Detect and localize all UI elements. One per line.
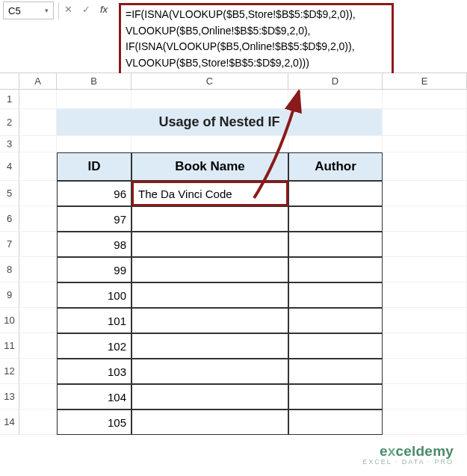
cell-C12[interactable] bbox=[132, 359, 288, 384]
cell-E10[interactable] bbox=[383, 308, 467, 333]
cell-D6[interactable] bbox=[288, 206, 383, 232]
cell-A6[interactable] bbox=[19, 206, 57, 232]
cell-A3[interactable] bbox=[19, 136, 57, 152]
cell-B10[interactable]: 101 bbox=[57, 308, 132, 333]
cell-D9[interactable] bbox=[288, 282, 383, 308]
cell-A7[interactable] bbox=[19, 232, 57, 257]
cell-E11[interactable] bbox=[383, 333, 467, 359]
formula-line-1: =IF(ISNA(VLOOKUP($B5,Store!$B$5:$D$9,2,0… bbox=[126, 7, 387, 23]
row-header-4[interactable]: 4 bbox=[0, 152, 19, 181]
cell-B9[interactable]: 100 bbox=[57, 282, 132, 308]
cell-B7[interactable]: 98 bbox=[57, 232, 132, 257]
col-header-C[interactable]: C bbox=[132, 73, 288, 89]
name-box-value: C5 bbox=[8, 5, 21, 16]
row-header-11[interactable]: 11 bbox=[0, 333, 19, 359]
cell-D10[interactable] bbox=[288, 308, 383, 333]
row-header-8[interactable]: 8 bbox=[0, 257, 19, 282]
cell-C5-selected[interactable]: The Da Vinci Code bbox=[132, 181, 288, 206]
cell-C13[interactable] bbox=[132, 384, 288, 409]
cell-C14[interactable] bbox=[132, 409, 288, 435]
cell-D7[interactable] bbox=[288, 232, 383, 257]
col-header-A[interactable]: A bbox=[19, 73, 57, 89]
cell-A12[interactable] bbox=[19, 359, 57, 384]
enter-icon[interactable]: ✓ bbox=[80, 2, 92, 16]
row-header-3[interactable]: 3 bbox=[0, 136, 19, 152]
cell-C7[interactable] bbox=[132, 232, 288, 257]
cell-A8[interactable] bbox=[19, 257, 57, 282]
cell-E12[interactable] bbox=[383, 359, 467, 384]
cell-C6[interactable] bbox=[132, 206, 288, 232]
row-header-7[interactable]: 7 bbox=[0, 232, 19, 257]
col-header-B[interactable]: B bbox=[57, 73, 132, 89]
worksheet-grid: 1 2 Usage of Nested IF 3 4 ID Book Name … bbox=[0, 90, 467, 435]
row-header-10[interactable]: 10 bbox=[0, 308, 19, 333]
cell-C11[interactable] bbox=[132, 333, 288, 359]
row-header-2[interactable]: 2 bbox=[0, 109, 19, 136]
cell-D5[interactable] bbox=[288, 181, 383, 206]
cell-D12[interactable] bbox=[288, 359, 383, 384]
cell-B12[interactable]: 103 bbox=[57, 359, 132, 384]
cell-A5[interactable] bbox=[19, 181, 57, 206]
cell-E7[interactable] bbox=[383, 232, 467, 257]
cell-A10[interactable] bbox=[19, 308, 57, 333]
cell-B13[interactable]: 104 bbox=[57, 384, 132, 409]
cell-A1[interactable] bbox=[19, 90, 57, 109]
cell-A9[interactable] bbox=[19, 282, 57, 308]
formula-line-4: VLOOKUP($B5,Store!$B$5:$D$9,2,0))) bbox=[126, 55, 387, 72]
row-header-13[interactable]: 13 bbox=[0, 384, 19, 409]
column-headers: A B C D E bbox=[0, 73, 467, 90]
cell-D13[interactable] bbox=[288, 384, 383, 409]
cell-D14[interactable] bbox=[288, 409, 383, 435]
cell-A4[interactable] bbox=[19, 152, 57, 181]
cell-A14[interactable] bbox=[19, 409, 57, 435]
cell-E3[interactable] bbox=[383, 136, 467, 152]
cell-C8[interactable] bbox=[132, 257, 288, 282]
chevron-down-icon[interactable]: ▾ bbox=[45, 7, 49, 14]
cell-B1[interactable] bbox=[57, 90, 132, 109]
cell-A11[interactable] bbox=[19, 333, 57, 359]
cell-D3[interactable] bbox=[288, 136, 383, 152]
cell-B11[interactable]: 102 bbox=[57, 333, 132, 359]
cell-E13[interactable] bbox=[383, 384, 467, 409]
cell-E6[interactable] bbox=[383, 206, 467, 232]
cell-E1[interactable] bbox=[383, 90, 467, 109]
header-book[interactable]: Book Name bbox=[132, 152, 288, 181]
cell-D8[interactable] bbox=[288, 257, 383, 282]
cell-B5[interactable]: 96 bbox=[57, 181, 132, 206]
row-header-5[interactable]: 5 bbox=[0, 181, 19, 206]
cell-C9[interactable] bbox=[132, 282, 288, 308]
row-header-14[interactable]: 14 bbox=[0, 409, 19, 435]
title-cell[interactable]: Usage of Nested IF bbox=[57, 109, 383, 136]
cell-E4[interactable] bbox=[383, 152, 467, 181]
cell-C1[interactable] bbox=[132, 90, 288, 109]
fx-icon[interactable]: fx bbox=[98, 2, 110, 16]
row-header-6[interactable]: 6 bbox=[0, 206, 19, 232]
cell-E8[interactable] bbox=[383, 257, 467, 282]
cell-C3[interactable] bbox=[132, 136, 288, 152]
cell-E9[interactable] bbox=[383, 282, 467, 308]
cell-D1[interactable] bbox=[288, 90, 383, 109]
header-author[interactable]: Author bbox=[288, 152, 383, 181]
cell-B3[interactable] bbox=[57, 136, 132, 152]
col-header-D[interactable]: D bbox=[288, 73, 383, 89]
cell-E14[interactable] bbox=[383, 409, 467, 435]
select-all-corner[interactable] bbox=[0, 73, 19, 89]
formula-input[interactable]: =IF(ISNA(VLOOKUP($B5,Store!$B$5:$D$9,2,0… bbox=[111, 0, 467, 78]
cell-D11[interactable] bbox=[288, 333, 383, 359]
cell-C10[interactable] bbox=[132, 308, 288, 333]
row-header-1[interactable]: 1 bbox=[0, 90, 19, 109]
header-id[interactable]: ID bbox=[57, 152, 132, 181]
name-box[interactable]: C5 ▾ bbox=[3, 1, 54, 19]
cell-B6[interactable]: 97 bbox=[57, 206, 132, 232]
cell-A2[interactable] bbox=[19, 109, 57, 136]
watermark: exceldemy EXCEL · DATA · PRO bbox=[362, 443, 454, 466]
cell-A13[interactable] bbox=[19, 384, 57, 409]
row-header-12[interactable]: 12 bbox=[0, 359, 19, 384]
cell-B14[interactable]: 105 bbox=[57, 409, 132, 435]
cell-B8[interactable]: 99 bbox=[57, 257, 132, 282]
col-header-E[interactable]: E bbox=[383, 73, 467, 89]
cell-E5[interactable] bbox=[383, 181, 467, 206]
cancel-icon[interactable]: ✕ bbox=[62, 2, 74, 16]
cell-E2[interactable] bbox=[383, 109, 467, 136]
row-header-9[interactable]: 9 bbox=[0, 282, 19, 308]
